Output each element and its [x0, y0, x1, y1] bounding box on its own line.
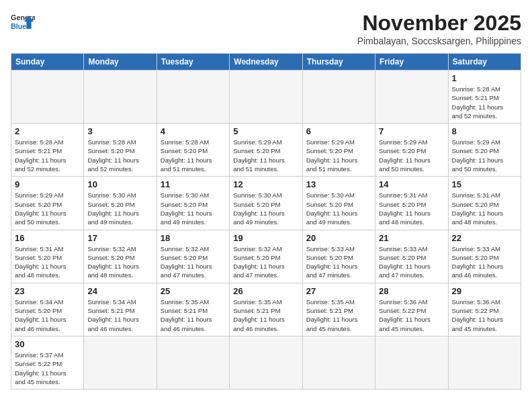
day-number: 1	[452, 73, 517, 83]
day-info: Sunrise: 5:35 AM Sunset: 5:21 PM Dayligh…	[233, 298, 298, 333]
weekday-header-monday: Monday	[84, 54, 157, 71]
calendar-week-row: 9Sunrise: 5:29 AM Sunset: 5:20 PM Daylig…	[11, 177, 521, 230]
day-info: Sunrise: 5:28 AM Sunset: 5:21 PM Dayligh…	[15, 138, 80, 173]
weekday-header-row: SundayMondayTuesdayWednesdayThursdayFrid…	[11, 54, 521, 71]
calendar-cell	[11, 71, 84, 124]
calendar-cell: 22Sunrise: 5:33 AM Sunset: 5:20 PM Dayli…	[448, 230, 521, 283]
calendar-week-row: 1Sunrise: 5:28 AM Sunset: 5:21 PM Daylig…	[11, 71, 521, 124]
calendar-cell: 15Sunrise: 5:31 AM Sunset: 5:20 PM Dayli…	[448, 177, 521, 230]
calendar-cell: 23Sunrise: 5:34 AM Sunset: 5:20 PM Dayli…	[11, 283, 84, 336]
calendar-week-row: 23Sunrise: 5:34 AM Sunset: 5:20 PM Dayli…	[11, 283, 521, 336]
calendar-cell	[302, 71, 375, 124]
day-info: Sunrise: 5:34 AM Sunset: 5:20 PM Dayligh…	[15, 298, 80, 333]
day-number: 29	[452, 286, 517, 296]
calendar-cell: 4Sunrise: 5:28 AM Sunset: 5:20 PM Daylig…	[157, 124, 229, 177]
calendar-cell	[230, 336, 302, 389]
calendar-week-row: 30Sunrise: 5:37 AM Sunset: 5:22 PM Dayli…	[11, 336, 521, 389]
day-info: Sunrise: 5:30 AM Sunset: 5:20 PM Dayligh…	[306, 191, 371, 226]
day-number: 14	[379, 179, 444, 189]
day-info: Sunrise: 5:33 AM Sunset: 5:20 PM Dayligh…	[379, 244, 444, 280]
title-block: November 2025 Pimbalayan, Soccsksargen, …	[357, 11, 521, 46]
day-info: Sunrise: 5:36 AM Sunset: 5:22 PM Dayligh…	[379, 298, 444, 333]
day-info: Sunrise: 5:30 AM Sunset: 5:20 PM Dayligh…	[87, 191, 152, 226]
logo-icon: General Blue	[11, 11, 35, 35]
day-number: 30	[15, 339, 80, 349]
day-info: Sunrise: 5:32 AM Sunset: 5:20 PM Dayligh…	[87, 244, 152, 280]
calendar-cell: 7Sunrise: 5:29 AM Sunset: 5:20 PM Daylig…	[375, 124, 448, 177]
calendar-cell: 1Sunrise: 5:28 AM Sunset: 5:21 PM Daylig…	[448, 71, 521, 124]
weekday-header-friday: Friday	[375, 54, 448, 71]
calendar-cell	[157, 336, 229, 389]
day-info: Sunrise: 5:31 AM Sunset: 5:20 PM Dayligh…	[452, 191, 517, 226]
day-number: 22	[452, 233, 517, 243]
calendar-cell: 29Sunrise: 5:36 AM Sunset: 5:22 PM Dayli…	[448, 283, 521, 336]
day-number: 7	[379, 126, 444, 136]
day-info: Sunrise: 5:33 AM Sunset: 5:20 PM Dayligh…	[452, 244, 517, 280]
day-info: Sunrise: 5:28 AM Sunset: 5:21 PM Dayligh…	[452, 85, 517, 120]
calendar-cell: 18Sunrise: 5:32 AM Sunset: 5:20 PM Dayli…	[157, 230, 229, 283]
day-number: 17	[87, 233, 152, 243]
day-number: 28	[379, 286, 444, 296]
logo: General Blue	[11, 11, 35, 35]
calendar-cell: 16Sunrise: 5:31 AM Sunset: 5:20 PM Dayli…	[11, 230, 84, 283]
day-number: 3	[87, 126, 152, 136]
calendar-subtitle: Pimbalayan, Soccsksargen, Philippines	[357, 36, 521, 46]
calendar-cell: 6Sunrise: 5:29 AM Sunset: 5:20 PM Daylig…	[302, 124, 375, 177]
day-info: Sunrise: 5:28 AM Sunset: 5:20 PM Dayligh…	[161, 138, 226, 173]
calendar-week-row: 16Sunrise: 5:31 AM Sunset: 5:20 PM Dayli…	[11, 230, 521, 283]
day-number: 26	[233, 286, 298, 296]
calendar-title: November 2025	[357, 11, 521, 36]
calendar-cell: 11Sunrise: 5:30 AM Sunset: 5:20 PM Dayli…	[157, 177, 229, 230]
calendar-cell: 9Sunrise: 5:29 AM Sunset: 5:20 PM Daylig…	[11, 177, 84, 230]
calendar-cell: 2Sunrise: 5:28 AM Sunset: 5:21 PM Daylig…	[11, 124, 84, 177]
day-number: 12	[233, 179, 298, 189]
calendar-cell: 25Sunrise: 5:35 AM Sunset: 5:21 PM Dayli…	[157, 283, 229, 336]
day-info: Sunrise: 5:32 AM Sunset: 5:20 PM Dayligh…	[233, 244, 298, 280]
day-info: Sunrise: 5:29 AM Sunset: 5:20 PM Dayligh…	[15, 191, 80, 226]
day-number: 23	[15, 286, 80, 296]
day-number: 9	[15, 179, 80, 189]
calendar-table: SundayMondayTuesdayWednesdayThursdayFrid…	[11, 53, 521, 390]
calendar-cell: 28Sunrise: 5:36 AM Sunset: 5:22 PM Dayli…	[375, 283, 448, 336]
calendar-cell: 30Sunrise: 5:37 AM Sunset: 5:22 PM Dayli…	[11, 336, 84, 389]
day-info: Sunrise: 5:35 AM Sunset: 5:21 PM Dayligh…	[306, 298, 371, 333]
calendar-cell	[375, 71, 448, 124]
weekday-header-wednesday: Wednesday	[230, 54, 302, 71]
calendar-cell: 5Sunrise: 5:29 AM Sunset: 5:20 PM Daylig…	[230, 124, 302, 177]
header: General Blue November 2025 Pimbalayan, S…	[11, 11, 521, 46]
calendar-cell	[84, 71, 157, 124]
calendar-cell	[375, 336, 448, 389]
day-number: 27	[306, 286, 371, 296]
day-info: Sunrise: 5:34 AM Sunset: 5:21 PM Dayligh…	[87, 298, 152, 333]
calendar-cell: 10Sunrise: 5:30 AM Sunset: 5:20 PM Dayli…	[84, 177, 157, 230]
day-info: Sunrise: 5:29 AM Sunset: 5:20 PM Dayligh…	[306, 138, 371, 173]
day-number: 2	[15, 126, 80, 136]
day-info: Sunrise: 5:29 AM Sunset: 5:20 PM Dayligh…	[452, 138, 517, 173]
day-info: Sunrise: 5:35 AM Sunset: 5:21 PM Dayligh…	[161, 298, 226, 333]
calendar-cell: 12Sunrise: 5:30 AM Sunset: 5:20 PM Dayli…	[230, 177, 302, 230]
weekday-header-saturday: Saturday	[448, 54, 521, 71]
day-info: Sunrise: 5:36 AM Sunset: 5:22 PM Dayligh…	[452, 298, 517, 333]
calendar-cell	[302, 336, 375, 389]
calendar-cell: 14Sunrise: 5:31 AM Sunset: 5:20 PM Dayli…	[375, 177, 448, 230]
calendar-cell: 24Sunrise: 5:34 AM Sunset: 5:21 PM Dayli…	[84, 283, 157, 336]
day-number: 16	[15, 233, 80, 243]
calendar-cell	[230, 71, 302, 124]
day-info: Sunrise: 5:30 AM Sunset: 5:20 PM Dayligh…	[161, 191, 226, 226]
day-info: Sunrise: 5:32 AM Sunset: 5:20 PM Dayligh…	[161, 244, 226, 280]
day-number: 13	[306, 179, 371, 189]
day-number: 18	[161, 233, 226, 243]
day-info: Sunrise: 5:37 AM Sunset: 5:22 PM Dayligh…	[15, 351, 80, 386]
calendar-cell	[157, 71, 229, 124]
day-number: 25	[161, 286, 226, 296]
day-info: Sunrise: 5:33 AM Sunset: 5:20 PM Dayligh…	[306, 244, 371, 280]
calendar-cell: 8Sunrise: 5:29 AM Sunset: 5:20 PM Daylig…	[448, 124, 521, 177]
day-number: 6	[306, 126, 371, 136]
weekday-header-sunday: Sunday	[11, 54, 84, 71]
calendar-cell: 17Sunrise: 5:32 AM Sunset: 5:20 PM Dayli…	[84, 230, 157, 283]
day-info: Sunrise: 5:31 AM Sunset: 5:20 PM Dayligh…	[15, 244, 80, 280]
day-number: 5	[233, 126, 298, 136]
calendar-cell: 19Sunrise: 5:32 AM Sunset: 5:20 PM Dayli…	[230, 230, 302, 283]
calendar-cell: 27Sunrise: 5:35 AM Sunset: 5:21 PM Dayli…	[302, 283, 375, 336]
weekday-header-thursday: Thursday	[302, 54, 375, 71]
